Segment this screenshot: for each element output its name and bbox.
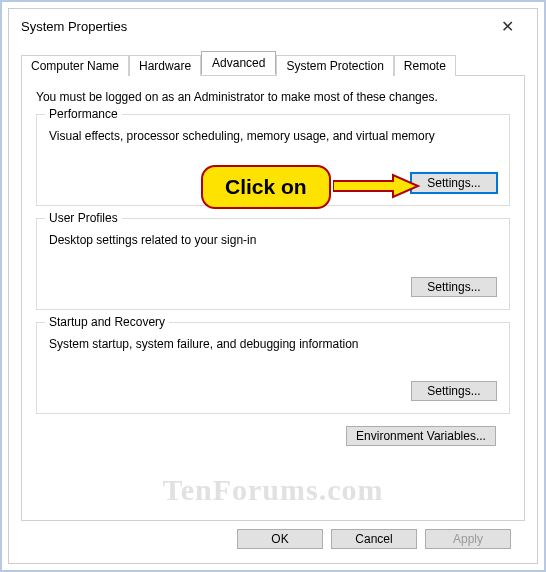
apply-button[interactable]: Apply: [425, 529, 511, 549]
tab-computer-name[interactable]: Computer Name: [21, 55, 129, 76]
performance-settings-button[interactable]: Settings...: [411, 173, 497, 193]
cancel-button[interactable]: Cancel: [331, 529, 417, 549]
tab-system-protection[interactable]: System Protection: [276, 55, 393, 76]
performance-desc: Visual effects, processor scheduling, me…: [49, 129, 497, 143]
callout-arrow-icon: [333, 171, 423, 201]
tab-remote[interactable]: Remote: [394, 55, 456, 76]
user-profiles-desc: Desktop settings related to your sign-in: [49, 233, 497, 247]
dialog-buttons: OK Cancel Apply: [21, 521, 525, 549]
window-title: System Properties: [21, 19, 127, 34]
tabpanel-advanced: You must be logged on as an Administrato…: [21, 75, 525, 521]
user-profiles-settings-button[interactable]: Settings...: [411, 277, 497, 297]
environment-variables-button[interactable]: Environment Variables...: [346, 426, 496, 446]
group-startup-recovery: Startup and Recovery System startup, sys…: [36, 322, 510, 414]
group-title-user-profiles: User Profiles: [45, 211, 122, 225]
tabstrip: Computer Name Hardware Advanced System P…: [21, 51, 525, 75]
ok-button[interactable]: OK: [237, 529, 323, 549]
callout-annotation: Click on: [201, 165, 331, 209]
group-user-profiles: User Profiles Desktop settings related t…: [36, 218, 510, 310]
titlebar: System Properties ✕: [9, 9, 537, 43]
admin-note: You must be logged on as an Administrato…: [36, 90, 510, 104]
callout-text: Click on: [201, 165, 331, 209]
startup-recovery-settings-button[interactable]: Settings...: [411, 381, 497, 401]
close-icon[interactable]: ✕: [487, 17, 527, 36]
tab-advanced[interactable]: Advanced: [201, 51, 276, 75]
system-properties-dialog: System Properties ✕ Computer Name Hardwa…: [8, 8, 538, 564]
svg-marker-0: [333, 175, 418, 197]
tab-hardware[interactable]: Hardware: [129, 55, 201, 76]
group-title-performance: Performance: [45, 107, 122, 121]
group-title-startup-recovery: Startup and Recovery: [45, 315, 169, 329]
startup-recovery-desc: System startup, system failure, and debu…: [49, 337, 497, 351]
